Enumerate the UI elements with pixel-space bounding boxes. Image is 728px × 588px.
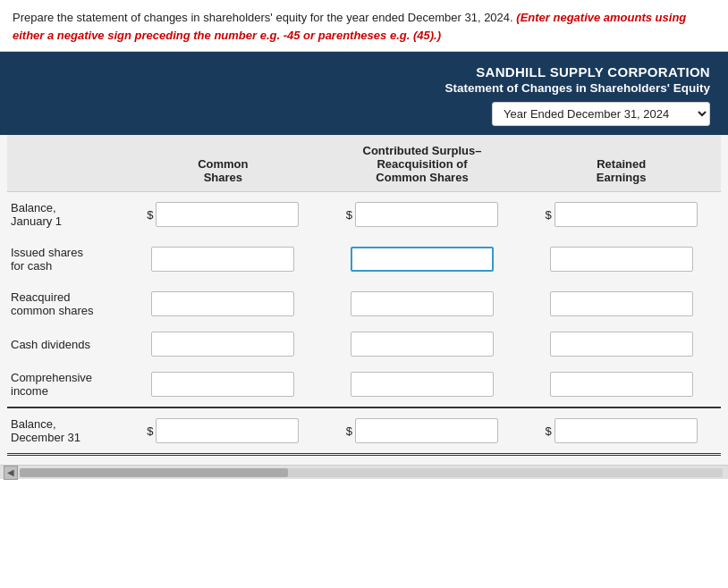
issued-shares-surplus-input[interactable] [351,247,494,272]
cash-dividends-retained-cell [521,326,721,362]
comprehensive-common-input[interactable] [151,372,294,397]
issued-shares-retained-cell [521,237,721,281]
issued-shares-retained-input[interactable] [550,247,693,272]
balance-dec-retained-input[interactable] [554,418,698,443]
equity-table: CommonShares Contributed Surplus–Reacqui… [7,135,721,456]
balance-dec-common-cell: $ [123,407,323,455]
balance-dec-retained-cell: $ [521,407,721,455]
reacquired-surplus-input[interactable] [351,291,494,316]
scroll-left-button[interactable]: ◀ [4,466,18,480]
reacquired-retained-cell [521,281,721,326]
year-select[interactable]: Year Ended December 31, 2024 Year Ended … [492,102,710,126]
balance-dec-row: Balance,December 31 $ $ [7,407,721,455]
issued-shares-label: Issued sharesfor cash [7,237,123,281]
reacquired-row: Reacquiredcommon shares [7,281,721,326]
comprehensive-surplus-cell [323,362,522,407]
dollar-sign-1: $ [147,208,153,222]
balance-dec-surplus-wrap: $ [328,418,517,443]
contributed-surplus-header: Contributed Surplus–Reacquisition ofComm… [323,135,522,192]
table-area: CommonShares Contributed Surplus–Reacqui… [0,135,728,465]
balance-jan-common-wrap: $ [129,202,317,227]
comprehensive-retained-cell [521,362,721,407]
dollar-sign-4: $ [147,424,153,438]
balance-jan-retained-wrap: $ [527,202,715,227]
cash-dividends-surplus-cell [323,326,522,362]
reacquired-common-cell [123,281,323,326]
comprehensive-surplus-input[interactable] [351,372,494,397]
issued-shares-row: Issued sharesfor cash [7,237,721,281]
comprehensive-label: Comprehensiveincome [7,362,123,407]
issued-shares-common-input[interactable] [151,247,294,272]
balance-dec-retained-wrap: $ [527,418,715,443]
statement-title: Statement of Changes in Shareholders' Eq… [444,81,710,95]
reacquired-surplus-cell [323,281,522,326]
balance-dec-label: Balance,December 31 [7,407,123,455]
comprehensive-common-cell [123,362,323,407]
balance-dec-common-wrap: $ [129,418,317,443]
balance-jan-common-cell: $ [123,192,323,238]
instructions-section: Prepare the statement of changes in shar… [0,0,728,52]
balance-jan-surplus-input[interactable] [355,202,498,227]
comprehensive-retained-input[interactable] [550,372,693,397]
cash-dividends-label: Cash dividends [7,326,123,362]
common-shares-header: CommonShares [123,135,323,192]
issued-shares-common-cell [123,237,323,281]
balance-jan-surplus-cell: $ [323,192,522,238]
cash-dividends-surplus-input[interactable] [351,332,494,357]
issued-shares-surplus-cell [323,237,522,281]
balance-jan-retained-cell: $ [521,192,721,238]
balance-jan-row: Balance,January 1 $ $ [7,192,721,238]
scroll-track[interactable] [20,468,723,477]
cash-dividends-common-input[interactable] [151,332,294,357]
column-header-row: CommonShares Contributed Surplus–Reacqui… [7,135,721,192]
year-select-row: Year Ended December 31, 2024 Year Ended … [492,102,710,126]
scroll-thumb[interactable] [20,468,288,477]
reacquired-label: Reacquiredcommon shares [7,281,123,326]
page-wrapper: Prepare the statement of changes in shar… [0,0,728,588]
reacquired-retained-input[interactable] [550,291,693,316]
dollar-sign-2: $ [346,208,352,222]
balance-jan-retained-input[interactable] [554,202,698,227]
dollar-sign-5: $ [346,424,352,438]
dollar-sign-6: $ [546,424,552,438]
balance-jan-surplus-wrap: $ [328,202,517,227]
cash-dividends-row: Cash dividends [7,326,721,362]
header-section: SANDHILL SUPPLY CORPORATION Statement of… [0,52,728,135]
balance-dec-common-input[interactable] [156,418,299,443]
cash-dividends-common-cell [123,326,323,362]
horizontal-scrollbar[interactable]: ◀ [0,465,728,479]
empty-header [7,135,123,192]
retained-earnings-header: RetainedEarnings [521,135,721,192]
dollar-sign-3: $ [546,208,552,222]
instructions-text: Prepare the statement of changes in shar… [13,11,513,24]
balance-dec-surplus-cell: $ [323,407,522,455]
balance-jan-common-input[interactable] [156,202,299,227]
balance-jan-label: Balance,January 1 [7,192,123,238]
balance-dec-surplus-input[interactable] [355,418,498,443]
comprehensive-row: Comprehensiveincome [7,362,721,407]
cash-dividends-retained-input[interactable] [550,332,693,357]
reacquired-common-input[interactable] [151,291,294,316]
company-name: SANDHILL SUPPLY CORPORATION [476,64,710,80]
